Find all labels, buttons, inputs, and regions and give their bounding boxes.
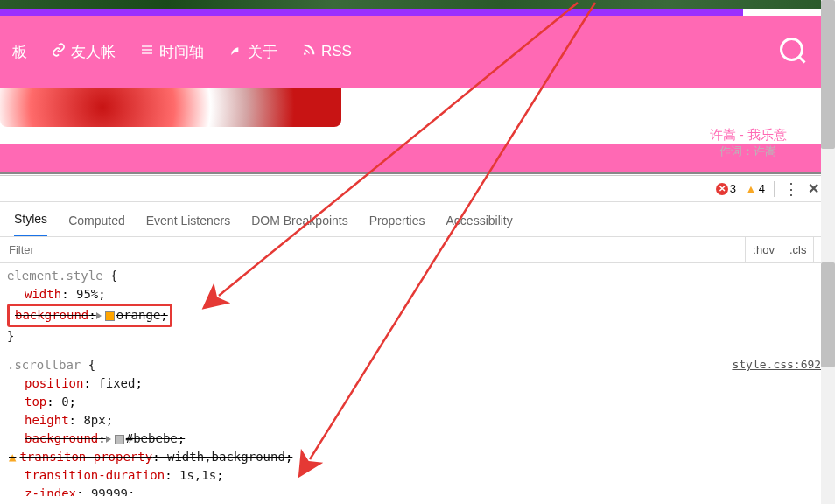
- css-property-overridden[interactable]: background:#bebebe;: [7, 430, 828, 448]
- scrollbar-progress: [0, 9, 743, 16]
- error-number: 3: [730, 182, 736, 195]
- error-icon: ✕: [716, 183, 728, 195]
- main-nav: 板 友人帐 时间轴 关于 RSS: [0, 16, 835, 88]
- css-property-overridden[interactable]: background:orange;: [11, 308, 168, 322]
- warning-icon: ▲: [9, 450, 16, 464]
- svg-point-3: [304, 52, 306, 55]
- css-rule-scrollbar[interactable]: style.css:6923 .scrollbar { position: fi…: [7, 356, 828, 496]
- styles-filter-input[interactable]: [0, 243, 745, 256]
- nav-item-rss[interactable]: RSS: [302, 43, 352, 61]
- styles-content[interactable]: element.style { width: 95%; background:o…: [0, 263, 835, 496]
- hov-toggle[interactable]: :hov: [745, 237, 782, 262]
- cls-toggle[interactable]: .cls: [782, 237, 814, 262]
- devtools-scrollbar[interactable]: [821, 175, 835, 504]
- menu-icon[interactable]: ⋮: [783, 179, 799, 199]
- song-title: 许嵩 - 我乐意: [710, 127, 787, 144]
- nav-label: 友人帐: [71, 42, 116, 62]
- warning-icon: ▲: [745, 182, 757, 196]
- tab-dom-breakpoints[interactable]: DOM Breakpoints: [251, 214, 347, 236]
- svg-rect-1: [142, 49, 152, 50]
- scrollbar-thumb[interactable]: [821, 0, 835, 149]
- warning-count[interactable]: ▲ 4: [745, 182, 765, 196]
- styles-filter-row: :hov .cls +: [0, 237, 835, 263]
- css-selector: element.style: [7, 269, 103, 283]
- tab-accessibility[interactable]: Accessibility: [446, 214, 513, 236]
- nav-label: 板: [12, 42, 27, 62]
- tab-computed[interactable]: Computed: [68, 214, 125, 236]
- scrollbar-thumb[interactable]: [821, 262, 835, 368]
- divider: [774, 181, 775, 197]
- link-icon: [52, 43, 66, 61]
- timeline-icon: [140, 43, 154, 61]
- devtools-header: ✕ 3 ▲ 4 ⋮ ✕: [0, 176, 835, 202]
- css-property[interactable]: top: 0;: [7, 393, 828, 411]
- song-subtitle: 作词：许嵩: [710, 144, 787, 159]
- color-swatch[interactable]: [105, 312, 115, 321]
- page-scrollbar[interactable]: [821, 0, 835, 175]
- nav-label: 关于: [248, 42, 277, 62]
- page-content: 板 友人帐 时间轴 关于 RSS: [0, 0, 835, 175]
- css-property[interactable]: position: fixed;: [7, 374, 828, 393]
- hero-image: [0, 88, 341, 127]
- css-property[interactable]: height: 8px;: [7, 411, 828, 430]
- nav-label: 时间轴: [159, 42, 204, 62]
- warning-number: 4: [759, 182, 765, 195]
- expand-icon[interactable]: [96, 312, 102, 319]
- css-property[interactable]: width: 95%;: [7, 285, 828, 304]
- leaf-icon: [228, 43, 242, 61]
- svg-rect-2: [142, 52, 152, 53]
- annotation-highlight-1: background:orange;: [7, 304, 172, 327]
- tab-styles[interactable]: Styles: [14, 212, 47, 236]
- svg-rect-0: [142, 46, 152, 46]
- color-swatch[interactable]: [115, 435, 124, 444]
- nav-item-timeline[interactable]: 时间轴: [140, 42, 204, 62]
- css-property-invalid[interactable]: ▲transiton-property: width,background;: [7, 448, 828, 466]
- song-info: 许嵩 - 我乐意 作词：许嵩: [710, 127, 787, 159]
- nav-item-board[interactable]: 板: [7, 42, 27, 62]
- tab-properties[interactable]: Properties: [369, 214, 425, 236]
- source-link[interactable]: style.css:6923: [732, 356, 828, 374]
- svg-point-4: [782, 39, 803, 60]
- error-count[interactable]: ✕ 3: [716, 182, 736, 195]
- nav-item-friends[interactable]: 友人帐: [52, 42, 116, 62]
- expand-icon[interactable]: [106, 436, 111, 443]
- css-selector: .scrollbar: [7, 358, 81, 372]
- rss-icon: [302, 43, 316, 61]
- css-property[interactable]: z-index: 99999;: [7, 485, 828, 496]
- svg-line-5: [800, 58, 805, 63]
- tab-event-listeners[interactable]: Event Listeners: [146, 214, 231, 236]
- search-icon[interactable]: [777, 35, 809, 70]
- close-icon[interactable]: ✕: [808, 180, 819, 197]
- css-property[interactable]: transition-duration: 1s,1s;: [7, 466, 828, 485]
- nav-label: RSS: [321, 43, 352, 60]
- devtools-tabs: Styles Computed Event Listeners DOM Brea…: [0, 202, 835, 237]
- nav-item-about[interactable]: 关于: [228, 42, 277, 62]
- css-rule-element-style[interactable]: element.style { width: 95%; background:o…: [7, 267, 828, 346]
- devtools-panel: ✕ 3 ▲ 4 ⋮ ✕ Styles Computed Event Listen…: [0, 175, 835, 496]
- header-texture-band: [0, 0, 835, 9]
- panel-separator: [0, 172, 835, 174]
